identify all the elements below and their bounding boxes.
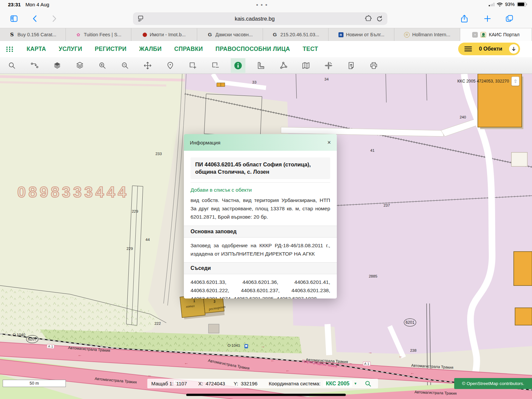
site-navigation: КАРТАУСЛУГИРЕГИСТРИЖАЛБИСПРАВКИПРАВОСПОС… (0, 41, 532, 57)
osm-attribution[interactable]: © OpenStreetMap contributors. (454, 378, 532, 389)
watermark-phone: 0898333444 (17, 183, 129, 201)
nav-item-4[interactable]: ЖАЛБИ (139, 46, 162, 53)
print-tool-icon[interactable] (366, 58, 381, 73)
tab-favicon-g: G (272, 32, 278, 38)
tab-favicon-box: п (338, 32, 343, 37)
nav-item-3[interactable]: РЕГИСТРИ (95, 46, 126, 53)
map-label-arrow: ← (78, 352, 82, 357)
map-label-parcel: 238 (410, 348, 416, 352)
apps-grid-icon[interactable] (5, 45, 14, 54)
clock: 23:31 (8, 2, 21, 7)
tab-close-icon[interactable]: × (472, 32, 478, 38)
browser-tab-0[interactable]: SBuy 0.156 Carat... (0, 28, 66, 41)
nav-item-5[interactable]: СПРАВКИ (174, 46, 203, 53)
tab-overview-button[interactable] (505, 14, 514, 23)
share-button[interactable] (460, 14, 469, 23)
route-tool-icon[interactable] (27, 58, 42, 73)
layers-multi-tool-icon[interactable] (72, 58, 87, 73)
tab-title: Tuition Fees | S... (84, 32, 121, 37)
tab-favicon-dot (143, 33, 147, 37)
search-tool-icon[interactable] (5, 58, 19, 73)
map-label-arrow: → (261, 344, 265, 349)
hamburger-icon (464, 46, 472, 52)
coordinates-tool-icon[interactable] (321, 58, 336, 73)
nav-item-6[interactable]: ПРАВОСПОСОБНИ ЛИЦА (215, 46, 290, 53)
map-canvas[interactable]: 0898333444 ККС 2005 4724053, 332270 ⇧ Ин… (0, 74, 532, 399)
wifi-icon (497, 2, 503, 7)
back-button[interactable] (31, 14, 40, 23)
map-label-arrow: ← (184, 360, 189, 365)
battery-icon (517, 2, 526, 7)
address-bar[interactable]: kais.cadastre.bg (133, 12, 387, 25)
browser-tab-3[interactable]: GДамски часовн... (197, 28, 263, 41)
select-add-tool-icon[interactable] (186, 58, 200, 73)
pan-tool-icon[interactable] (140, 58, 155, 73)
x-label: X: (198, 381, 203, 386)
tab-favicon-ring: H (404, 32, 410, 38)
browser-tab-7[interactable]: ×КАИС Портал (460, 28, 532, 41)
nav-item-7[interactable]: ТЕСТ (303, 46, 318, 53)
reload-icon[interactable] (376, 15, 383, 23)
map-label-circled: 6207 (26, 335, 39, 343)
objects-list-button[interactable]: 0 Обекти (458, 43, 520, 55)
forward-button[interactable] (49, 14, 59, 23)
measure-tool-icon[interactable] (253, 58, 268, 73)
map-label-parcel: О 1041 (227, 343, 240, 347)
browser-tab-1[interactable]: ✿Tuition Fees | S... (66, 28, 132, 41)
parcel-identifier-title: ПИ 44063.6201.45 област София (столица),… (191, 157, 330, 179)
scale-value: 1107 (176, 381, 187, 386)
polygon-tool-icon[interactable] (276, 58, 291, 73)
url-text[interactable]: kais.cadastre.bg (145, 16, 364, 22)
browser-tab-6[interactable]: HHollmann Intern... (394, 28, 460, 41)
extensions-puzzle-icon[interactable] (364, 15, 372, 23)
crs-selector[interactable]: ККС 2005 (323, 380, 352, 387)
map-sheets-tool-icon[interactable] (299, 58, 313, 73)
select-remove-tool-icon[interactable] (208, 58, 223, 73)
location-tool-icon[interactable] (163, 58, 178, 73)
map-label-arrow: ← (410, 370, 415, 375)
info-popup: Информация × ПИ 44063.6201.45 област Соф… (184, 134, 337, 299)
tab-title: Дамски часовн... (215, 32, 253, 37)
map-label-badge: А 1 (363, 361, 370, 366)
map-label-arrow: ← (349, 360, 353, 365)
map-label-parcel: 41 (370, 148, 375, 152)
coordinates-pointer-button[interactable]: ⇧ (511, 77, 519, 86)
map-label-arrow: ← (286, 368, 290, 373)
zoom-in-tool-icon[interactable] (95, 58, 110, 73)
map-label-parcel: 237 (383, 203, 390, 207)
new-tab-button[interactable] (483, 14, 492, 23)
tab-title: Новини от Бълг... (346, 32, 385, 37)
map-label-parcel: 229 (126, 247, 133, 251)
layers-tool-icon[interactable] (50, 58, 65, 73)
page-format-icon[interactable] (137, 15, 145, 23)
order-text: Заповед за одобрение на КККР РД-18-46/18… (191, 241, 330, 258)
add-to-objects-link[interactable]: Добави в списък с обекти (191, 187, 252, 193)
browser-tab-4[interactable]: G215.20.46.51.03... (263, 28, 329, 41)
tab-title: 215.20.46.51.03... (280, 32, 319, 37)
close-icon[interactable]: × (327, 139, 331, 145)
nav-item-2[interactable]: УСЛУГИ (59, 46, 82, 53)
objects-count-label: 0 Обекти (477, 46, 504, 52)
crs-label: Координатна система: (269, 381, 321, 386)
export-tool-icon[interactable] (344, 58, 358, 73)
nav-item-1[interactable]: КАРТА (27, 46, 46, 53)
section-title-neighbors: Съседи (184, 262, 337, 274)
x-value: 4724043 (205, 381, 225, 386)
info-popup-header: Информация × (184, 134, 337, 151)
tab-favicon-g: G (207, 32, 213, 38)
browser-tab-5[interactable]: пНовини от Бълг... (329, 28, 394, 41)
zoom-out-tool-icon[interactable] (118, 58, 132, 73)
browser-tab-2[interactable]: Имоти - Imot.b... (131, 28, 197, 41)
coordinate-search-button[interactable] (364, 380, 372, 387)
crs-dropdown-caret-icon[interactable]: ▼ (354, 382, 357, 385)
tab-title: Buy 0.156 Carat... (17, 32, 56, 37)
section-title-order: Основна заповед (184, 226, 337, 238)
popup-title: Информация (190, 140, 220, 145)
objects-expand-button[interactable] (509, 44, 518, 54)
multitask-dots-icon: ● ● ● (256, 3, 268, 7)
map-status-footer: Мащаб 1: 1107 X: 4724043 Y: 332196 Коорд… (147, 379, 378, 388)
map-label-badge: А 1 (47, 344, 55, 349)
sidebar-toggle-button[interactable] (9, 14, 19, 23)
info-tool-icon[interactable] (231, 58, 245, 73)
map-label-parcel: 2885 (369, 274, 377, 278)
